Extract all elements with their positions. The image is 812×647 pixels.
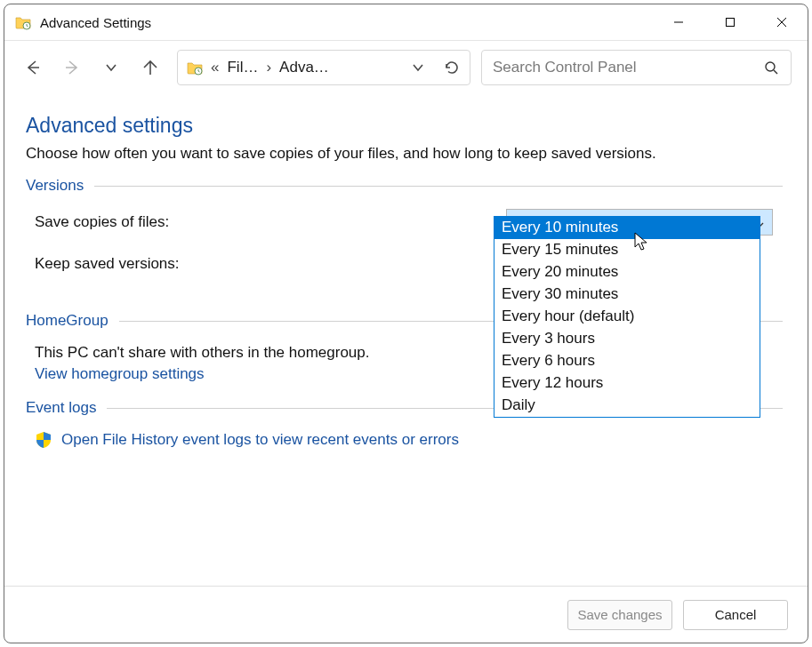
eventlogs-link[interactable]: Open File History event logs to view rec…	[61, 431, 459, 449]
search-bar[interactable]	[481, 50, 792, 85]
content: Advanced settings Choose how often you w…	[4, 94, 808, 586]
chevron-right-icon: ›	[263, 59, 274, 76]
dropdown-option[interactable]: Every 3 hours	[494, 328, 760, 350]
breadcrumb-seg-2[interactable]: Adva…	[279, 59, 329, 76]
refresh-button[interactable]	[439, 55, 464, 80]
footer: Save changes Cancel	[4, 586, 808, 643]
dropdown-option[interactable]: Every 6 hours	[494, 350, 760, 372]
maximize-button[interactable]	[704, 4, 756, 40]
recent-dropdown-button[interactable]	[100, 57, 122, 78]
search-icon[interactable]	[760, 57, 782, 78]
window-frame: Advanced Settings	[4, 4, 808, 643]
dropdown-option[interactable]: Every 10 minutes	[494, 217, 760, 239]
address-bar[interactable]: « Fil… › Adva…	[177, 50, 470, 85]
minimize-button[interactable]	[653, 4, 704, 40]
shield-icon	[35, 431, 52, 449]
save-copies-dropdown[interactable]: Every 10 minutesEvery 15 minutesEvery 20…	[494, 216, 760, 418]
keep-versions-label: Keep saved versions:	[26, 255, 506, 273]
forward-button[interactable]	[61, 57, 83, 78]
breadcrumb-back-icon[interactable]: «	[208, 59, 221, 76]
svg-point-3	[766, 62, 775, 71]
back-button[interactable]	[22, 57, 44, 78]
nav-arrows	[20, 57, 166, 78]
nav-row: « Fil… › Adva…	[4, 41, 808, 94]
dropdown-option[interactable]: Every 12 hours	[494, 372, 760, 395]
dropdown-option[interactable]: Every 20 minutes	[494, 261, 760, 284]
save-changes-button[interactable]: Save changes	[567, 600, 672, 630]
save-copies-label: Save copies of files:	[26, 213, 506, 231]
section-eventlogs-label: Event logs	[26, 399, 96, 417]
section-homegroup-label: HomeGroup	[26, 312, 109, 330]
eventlogs-row: Open File History event logs to view rec…	[26, 426, 783, 449]
section-versions-header: Versions	[26, 177, 783, 195]
folder-clock-icon	[15, 14, 31, 30]
titlebar: Advanced Settings	[4, 4, 808, 41]
close-button[interactable]	[756, 4, 808, 40]
window-controls	[653, 4, 808, 40]
breadcrumb-seg-1[interactable]: Fil…	[227, 59, 258, 76]
svg-rect-1	[727, 19, 735, 27]
section-versions-label: Versions	[26, 177, 84, 195]
address-dropdown-button[interactable]	[406, 55, 430, 80]
dropdown-option[interactable]: Every 15 minutes	[494, 239, 760, 261]
folder-clock-icon	[187, 60, 203, 76]
page-title: Advanced settings	[26, 114, 783, 138]
page-description: Choose how often you want to save copies…	[26, 145, 783, 163]
cancel-button[interactable]: Cancel	[683, 600, 788, 630]
dropdown-option[interactable]: Every 30 minutes	[494, 284, 760, 306]
dropdown-option[interactable]: Every hour (default)	[494, 306, 760, 328]
dropdown-option[interactable]: Daily	[494, 395, 760, 417]
up-button[interactable]	[140, 57, 161, 78]
window-title: Advanced Settings	[40, 15, 653, 30]
divider	[94, 186, 783, 187]
search-input[interactable]	[491, 58, 760, 77]
